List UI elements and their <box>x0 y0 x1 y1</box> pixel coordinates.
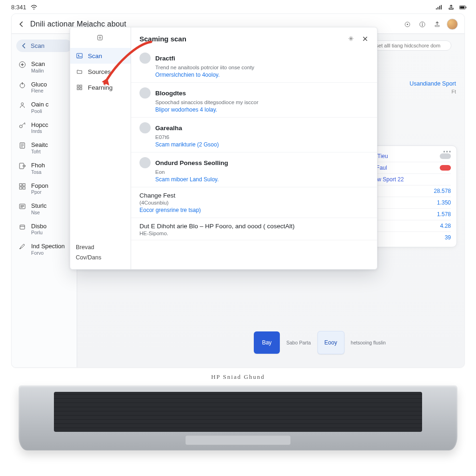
modal-footer-link[interactable]: Brevad <box>76 242 125 252</box>
result-item[interactable]: Dractfi Trend ne anaitools potrcior iito… <box>131 48 377 83</box>
svg-rect-32 <box>77 85 79 87</box>
result-item[interactable]: Bloogdtes Spoochad sinaccios ditegsodioc… <box>131 83 377 118</box>
tile-caption: hetsooing fluslin <box>351 340 386 345</box>
sidebar-item-sturlc[interactable]: SturlcNse <box>12 198 77 219</box>
battery-icon <box>459 4 467 11</box>
result-desc: E07t6 <box>155 134 370 140</box>
sidebar-item-gluco[interactable]: GlucoFlene <box>12 77 77 98</box>
sidebar-item-seaitc[interactable]: SeaitcTofrt <box>12 138 77 158</box>
svg-rect-13 <box>422 24 422 26</box>
sparkle-icon[interactable] <box>346 34 356 43</box>
sidebar-chip-label: Scan <box>31 42 45 49</box>
sidebar-chip-scan[interactable]: Scan <box>16 40 72 52</box>
sidebar-item-label: Hopcc <box>31 121 48 129</box>
svg-rect-8 <box>466 7 467 8</box>
sidebar-item-sub: Porlu <box>31 230 46 235</box>
svg-rect-3 <box>439 6 440 9</box>
sidebar-item-hopcc[interactable]: HopccInrds <box>12 118 77 138</box>
sidebar-item-sub: Tosa <box>31 169 45 175</box>
laptop-brand-label: HP Sniad Ghund <box>0 373 476 381</box>
widget-row: 1.350 <box>367 197 451 209</box>
svg-rect-22 <box>20 184 22 186</box>
svg-rect-34 <box>77 88 79 90</box>
home-icon[interactable] <box>96 34 105 42</box>
svg-rect-33 <box>80 85 82 87</box>
svg-rect-35 <box>80 88 82 90</box>
modal-nav-label: Scan <box>88 53 102 60</box>
sidebar-item-scan[interactable]: ScanMailin <box>12 57 77 77</box>
result-avatar <box>139 157 151 168</box>
sidebar-item-sub: Nse <box>31 210 46 215</box>
power-icon <box>18 81 26 89</box>
svg-rect-7 <box>460 6 465 8</box>
result-name: Garealha <box>155 125 182 132</box>
result-avatar <box>139 122 151 133</box>
info-icon[interactable] <box>417 19 427 29</box>
result-name: Bloogdtes <box>155 90 186 97</box>
widget-row: 28.578 <box>367 185 451 197</box>
result-link[interactable]: Blipor wodorhoes 4 lolay. <box>155 106 217 113</box>
sidebar-item-label: Oain c <box>31 101 49 108</box>
result-link[interactable]: Scam miboer Land Suloy. <box>155 176 219 183</box>
sidebar-item-sub: Tofrt <box>31 149 48 154</box>
svg-rect-5 <box>449 8 453 9</box>
scan-modal: Scan Sources Fearning Brevad Cov/Dans Sc… <box>70 27 377 270</box>
grid-icon <box>18 182 26 191</box>
svg-point-12 <box>422 22 423 23</box>
result-link[interactable]: Eocor grensrine tre tsap) <box>139 207 201 213</box>
result-item[interactable]: Change Fest (4Cousnbiu) Eocor grensrine … <box>131 187 377 218</box>
tile-bay[interactable]: Bay <box>254 331 280 354</box>
widget-row: tice Tieu <box>367 151 451 162</box>
svg-point-31 <box>78 55 79 56</box>
result-item[interactable]: Ondurd Poness Seolling Eon Scam miboer L… <box>131 152 377 187</box>
sidebar-item-disbo[interactable]: DisboPorlu <box>12 219 77 239</box>
close-icon[interactable] <box>360 34 370 43</box>
tile-eooy[interactable]: Eooy <box>317 331 344 354</box>
modal-nav-scan[interactable]: Scan <box>70 48 131 64</box>
result-name: Change Fest <box>139 192 175 199</box>
back-icon[interactable] <box>17 20 26 28</box>
modal-nav-sources[interactable]: Sources <box>70 64 131 79</box>
sidebar-item-sub: Forvo <box>31 250 65 256</box>
target-icon[interactable] <box>402 19 412 29</box>
result-link[interactable]: Ormerslchchien to 4ooloy. <box>155 72 220 78</box>
app-sidebar: Scan ScanMailin GlucoFlene Oain cPooli H <box>12 34 77 367</box>
modal-nav-fearning[interactable]: Fearning <box>70 79 131 95</box>
sidebar-item-ind-spection[interactable]: Ind SpectionForvo <box>12 239 77 259</box>
document-icon <box>18 141 26 150</box>
sidebar-item-label: Gluco <box>31 81 47 88</box>
top-right-link[interactable]: Usandiande Sport <box>410 80 456 87</box>
box-icon <box>18 223 26 231</box>
sidebar-item-sub: Ppor <box>31 189 48 195</box>
more-dots-icon[interactable]: ••• <box>443 149 452 155</box>
svg-rect-1 <box>436 8 437 9</box>
modal-nav-label: Fearning <box>88 84 112 91</box>
sidebar-item-sub: Pooli <box>31 108 49 114</box>
sidebar-item-label: Ind Spection <box>31 243 65 250</box>
svg-rect-14 <box>435 25 439 26</box>
share-up-icon <box>447 4 455 11</box>
sidebar-item-fopon[interactable]: FoponPpor <box>12 178 77 199</box>
result-desc: Trend ne anaitools potrcior iito onse co… <box>155 65 370 70</box>
search-input[interactable] <box>375 42 446 49</box>
widget-row: ble Faul <box>367 162 451 174</box>
share-icon[interactable] <box>432 19 442 29</box>
result-name: Dractfi <box>155 55 175 62</box>
grid4-icon <box>76 84 83 91</box>
sidebar-item-oain[interactable]: Oain cPooli <box>12 97 77 118</box>
sidebar-item-fhoh[interactable]: FhohTosa <box>12 158 77 178</box>
result-item[interactable]: Garealha E07t6 Scam marikturie (2 Gsoo) <box>131 118 377 152</box>
pen-icon <box>18 243 26 251</box>
svg-rect-17 <box>22 82 22 85</box>
svg-rect-2 <box>437 7 438 9</box>
modal-sidebar: Scan Sources Fearning Brevad Cov/Dans <box>70 27 131 269</box>
result-link[interactable]: Scam marikturie (2 Gsoo) <box>155 141 219 148</box>
svg-rect-27 <box>20 225 25 229</box>
tile-caption: Sabo Parta <box>286 340 311 345</box>
toggle-on-icon[interactable] <box>440 165 451 171</box>
widget-row: 39 <box>367 232 451 243</box>
modal-footer-link[interactable]: Cov/Dans <box>76 252 125 263</box>
result-item[interactable]: Dut E Dihoht arie Blo – HP Fooro, and oo… <box>131 218 377 240</box>
bottom-tiles: Bay Sabo Parta Eooy hetsooing fluslin <box>254 331 386 354</box>
account-avatar[interactable] <box>447 19 458 30</box>
